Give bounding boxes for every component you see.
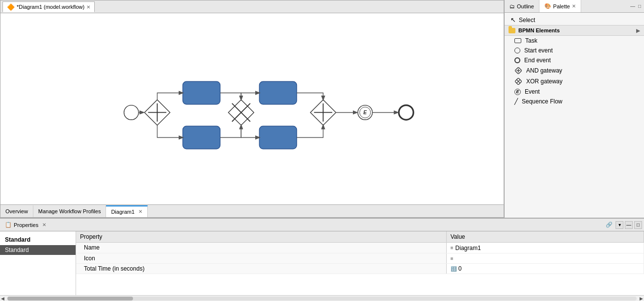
xor-gateway-icon (514, 77, 522, 85)
outline-icon: 🗂 (510, 3, 515, 9)
event-icon: E (514, 89, 521, 95)
prop-name-value[interactable]: ≡ Diagram1 (446, 243, 644, 253)
properties-minimize-btn[interactable]: — (625, 221, 633, 229)
tab-overview-label: Overview (5, 208, 28, 214)
prop-icon-value[interactable]: ≡ (446, 253, 644, 263)
properties-table-wrap: Property Value Name ≡ Diagram1 (76, 231, 644, 295)
start-event-icon (514, 48, 520, 53)
task-bottom-2[interactable] (259, 126, 296, 149)
tab-manage-workflow-label: Manage Workflow Profiles (38, 208, 101, 214)
flow-bottom1-xor (220, 125, 242, 137)
col-property: Property (76, 231, 446, 243)
palette-section-header-left: BPMN Elements (509, 27, 560, 33)
editor-tab-label: *Diagram1 (model.workflow) (17, 4, 84, 10)
task-bottom-1[interactable] (183, 126, 220, 149)
diagram-canvas: E (0, 13, 504, 204)
prop-name-value-content: ≡ Diagram1 (451, 245, 481, 251)
table-row-total-time: Total Time (in seconds) 🔢 0 (76, 263, 644, 274)
prop-icon-value-content: ≡ (451, 256, 454, 261)
palette-tabs: 🗂 Outline 🎨 Palette ✕ (505, 0, 581, 12)
tab-outline[interactable]: 🗂 Outline (505, 0, 539, 12)
properties-sidebar-item-standard[interactable]: Standard (0, 245, 76, 255)
palette-tab-close[interactable]: ✕ (572, 3, 576, 9)
and-gateway-label: AND gateway (526, 67, 562, 74)
prop-list-icon-1: ≡ (451, 245, 454, 251)
xor-gateway-label: XOR gateway (526, 78, 563, 85)
scrollbar-thumb[interactable] (7, 297, 133, 301)
properties-tab-actions: 🔗 ▾ — □ (602, 221, 644, 229)
scroll-right-btn[interactable]: ▶ (639, 296, 644, 301)
bpmn-diagram-svg: E (0, 13, 504, 204)
end-event-icon (514, 57, 520, 63)
diagram-tab-icon: 🔶 (7, 3, 15, 11)
properties-sidebar-header: Standard (0, 234, 76, 245)
palette-select-item[interactable]: ↖ Select (505, 15, 644, 25)
scroll-left-btn[interactable]: ◀ (0, 296, 5, 301)
properties-panel: 📋 Properties ✕ 🔗 ▾ — □ Standard Standard… (0, 218, 644, 301)
properties-tab-close[interactable]: ✕ (42, 222, 46, 227)
properties-action-1[interactable]: 🔗 (604, 222, 614, 228)
top-area: 🔶 *Diagram1 (model.workflow) ✕ (0, 0, 644, 218)
prop-total-time-value[interactable]: 🔢 0 (446, 263, 644, 274)
flow-and1-bottom (157, 125, 183, 137)
event-label: Event (525, 88, 540, 95)
tab-overview[interactable]: Overview (0, 205, 33, 217)
properties-tab-icon: 📋 (5, 222, 12, 228)
outline-tab-label: Outline (517, 3, 534, 9)
task-top-1[interactable] (183, 81, 220, 104)
palette-item-event[interactable]: E Event (505, 87, 644, 97)
properties-dropdown-btn[interactable]: ▾ (616, 221, 623, 229)
table-row-name: Name ≡ Diagram1 (76, 243, 644, 253)
end-event-label: End event (524, 57, 551, 64)
prop-total-time-content: 🔢 0 (451, 265, 462, 272)
end-event-shape[interactable] (399, 105, 414, 120)
palette-icon: 🎨 (544, 3, 551, 9)
section-collapse-icon: ▶ (636, 28, 640, 33)
tab-diagram1-label: Diagram1 (111, 209, 134, 215)
palette-maximize-btn[interactable]: □ (637, 3, 642, 9)
palette-tab-label: Palette (553, 3, 570, 9)
palette-tab-actions: — □ (627, 3, 644, 9)
event-label: E (363, 110, 367, 115)
palette-item-start-event[interactable]: Start event (505, 46, 644, 55)
properties-tab-bar: 📋 Properties ✕ 🔗 ▾ — □ (0, 219, 644, 231)
select-label: Select (519, 17, 535, 24)
task-top-2[interactable] (259, 81, 296, 104)
task-label: Task (525, 37, 537, 44)
prop-name-label: Name (76, 243, 446, 253)
palette-item-and-gateway[interactable]: AND gateway (505, 65, 644, 76)
tab-manage-workflow[interactable]: Manage Workflow Profiles (33, 205, 107, 217)
flow-bottom2-and2 (297, 125, 323, 137)
palette-item-sequence-flow[interactable]: ╱ Sequence Flow (505, 97, 644, 106)
prop-total-time-label: Total Time (in seconds) (76, 263, 446, 274)
editor-tab-bar: 🔶 *Diagram1 (model.workflow) ✕ (0, 0, 504, 13)
palette-content: ↖ Select BPMN Elements ▶ Task Start even… (505, 13, 644, 218)
palette-tab-bar: 🗂 Outline 🎨 Palette ✕ — □ (505, 0, 644, 13)
properties-tab-label: Properties (14, 222, 38, 228)
palette-panel: 🗂 Outline 🎨 Palette ✕ — □ ↖ Select (504, 0, 644, 218)
flow-top2-and2 (297, 93, 323, 100)
flow-top1-xor (220, 93, 242, 100)
sequence-flow-label: Sequence Flow (522, 98, 563, 105)
tab-properties[interactable]: 📋 Properties ✕ (0, 219, 51, 231)
tab-diagram1-close[interactable]: ✕ (138, 209, 142, 214)
palette-item-xor-gateway[interactable]: XOR gateway (505, 76, 644, 87)
properties-maximize-btn[interactable]: □ (634, 221, 642, 229)
palette-minimize-btn[interactable]: — (629, 3, 636, 9)
prop-num-icon: 🔢 (451, 266, 456, 272)
properties-scrollbar[interactable]: ◀ ▶ (0, 295, 644, 301)
palette-item-end-event[interactable]: End event (505, 55, 644, 65)
table-row-icon: Icon ≡ (76, 253, 644, 263)
scrollbar-track[interactable] (7, 297, 637, 301)
editor-tab-close[interactable]: ✕ (86, 4, 90, 10)
tab-diagram1[interactable]: Diagram1 ✕ (106, 205, 148, 217)
flow-xor-bottom2 (241, 125, 259, 137)
palette-item-task[interactable]: Task (505, 36, 644, 46)
and-gateway-icon (514, 67, 522, 75)
start-event-shape[interactable] (124, 105, 139, 120)
diagram-bottom-tabs: Overview Manage Workflow Profiles Diagra… (0, 204, 504, 217)
editor-tab-diagram1[interactable]: 🔶 *Diagram1 (model.workflow) ✕ (2, 1, 95, 12)
tab-palette[interactable]: 🎨 Palette ✕ (539, 0, 581, 12)
sequence-flow-icon: ╱ (514, 98, 518, 105)
palette-section-bpmn[interactable]: BPMN Elements ▶ (505, 25, 644, 36)
